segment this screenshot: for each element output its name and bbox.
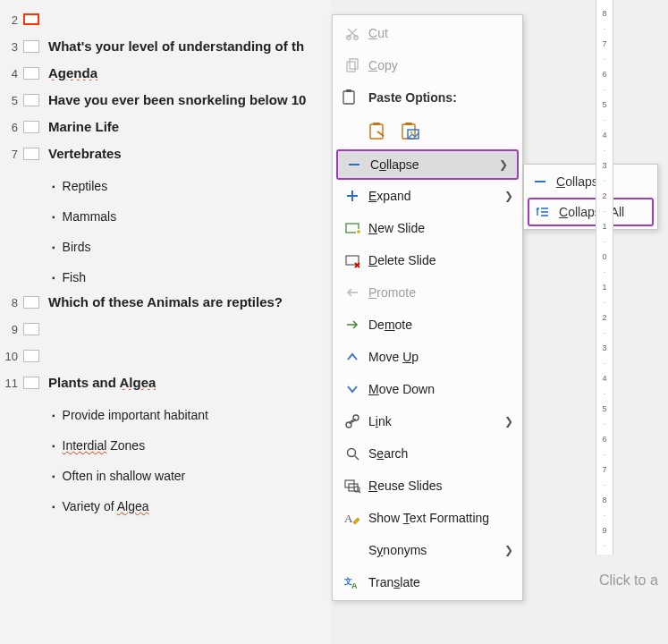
svg-rect-8 <box>402 124 415 139</box>
outline-slide[interactable]: 7 Vertebrates <box>0 143 331 170</box>
paste-icon <box>342 89 363 107</box>
paste-options-row <box>333 114 522 149</box>
menu-reuse-slides[interactable]: Reuse Slides <box>333 470 522 502</box>
slide-title[interactable]: Which of these Animals are reptiles? <box>48 294 283 309</box>
expand-icon <box>342 189 363 203</box>
menu-translate[interactable]: 文A Translate <box>333 566 522 598</box>
menu-collapse[interactable]: Collapse ❯ <box>336 149 519 180</box>
submenu-collapse-all[interactable]: Collapse All <box>528 198 654 226</box>
new-slide-icon <box>342 221 363 235</box>
slide-thumbnail[interactable] <box>23 67 39 80</box>
chevron-right-icon: ❯ <box>499 158 508 171</box>
bullet-item[interactable]: Birds <box>52 231 331 261</box>
copy-icon <box>342 58 363 72</box>
outline-slide[interactable]: 6 Marine Life <box>0 116 331 143</box>
submenu-collapse[interactable]: Collapse <box>524 166 657 197</box>
outline-slide[interactable]: 11 Plants and Algea <box>0 372 331 399</box>
outline-slide[interactable]: 4 Agenda <box>0 63 331 89</box>
menu-demote[interactable]: Demote <box>333 309 522 341</box>
slide-title[interactable]: What's your level of understanding of th <box>48 38 304 54</box>
svg-point-25 <box>353 415 359 420</box>
slide-thumbnail[interactable] <box>23 94 39 106</box>
bullet-item[interactable]: Mammals <box>52 200 331 231</box>
menu-label: Move Down <box>363 382 435 396</box>
slide-thumbnail[interactable] <box>23 323 39 335</box>
slide-thumbnail[interactable] <box>23 377 39 389</box>
menu-label: Synonyms <box>363 543 427 557</box>
slide-number: 10 <box>0 348 18 363</box>
menu-new-slide[interactable]: New Slide <box>333 212 522 244</box>
bullet-item[interactable]: Variety of Algea <box>52 490 331 521</box>
bullet-item[interactable]: Interdial Zones <box>52 429 331 460</box>
menu-move-up[interactable]: Move Up <box>333 341 522 373</box>
menu-label: Demote <box>363 318 412 332</box>
svg-rect-6 <box>370 124 383 139</box>
svg-rect-3 <box>350 59 358 69</box>
slide-title[interactable]: Agenda <box>48 65 97 80</box>
slide-thumbnail[interactable] <box>23 121 39 133</box>
slide-title[interactable]: Plants and Algea <box>48 375 156 390</box>
outline-slide[interactable]: 10 <box>0 345 331 372</box>
slide-number: 3 <box>0 38 18 54</box>
svg-rect-7 <box>373 123 380 125</box>
menu-label: Promote <box>363 285 416 300</box>
menu-label: Cut <box>363 26 388 40</box>
translate-icon: 文A <box>342 575 363 589</box>
slide-placeholder-text[interactable]: Click to a <box>599 572 658 589</box>
outline-slide[interactable]: 2 <box>0 9 331 36</box>
menu-expand[interactable]: Expand ❯ <box>333 180 522 212</box>
menu-copy[interactable]: Copy <box>333 49 522 81</box>
svg-point-11 <box>410 131 413 133</box>
menu-move-down[interactable]: Move Down <box>333 373 522 405</box>
bullet-item[interactable]: Reptiles <box>52 170 331 200</box>
outline-slide[interactable]: 8 Which of these Animals are reptiles? <box>0 292 331 318</box>
submenu-label: Collapse All <box>555 205 624 219</box>
collapse-icon <box>343 157 365 172</box>
cut-icon <box>342 26 363 40</box>
delete-slide-icon <box>342 253 363 267</box>
move-up-icon <box>342 350 363 364</box>
outline-slide[interactable]: 3 What's your level of understanding of … <box>0 36 331 63</box>
outline-slide[interactable]: 9 <box>0 318 331 345</box>
menu-delete-slide[interactable]: Delete Slide <box>333 244 522 276</box>
slide-title[interactable]: Vertebrates <box>48 146 122 161</box>
menu-search[interactable]: Search <box>333 437 522 470</box>
slide-number: 11 <box>0 375 18 390</box>
menu-show-text-formatting[interactable]: A Show Text Formatting <box>333 502 522 534</box>
search-icon <box>342 446 363 461</box>
menu-link[interactable]: Link ❯ <box>333 405 522 437</box>
paste-picture-icon[interactable] <box>401 121 420 143</box>
menu-synonyms[interactable]: Synonyms ❯ <box>333 534 522 566</box>
menu-label: Move Up <box>363 350 419 364</box>
collapse-all-icon <box>536 205 555 219</box>
menu-label: Translate <box>363 575 420 589</box>
slide-number: 6 <box>0 119 18 134</box>
menu-promote[interactable]: Promote <box>333 276 522 309</box>
paste-dest-theme-icon[interactable] <box>368 121 388 143</box>
slide-thumbnail[interactable] <box>23 40 39 53</box>
outline-pane: 2 3 What's your level of understanding o… <box>0 0 331 644</box>
slide-number: 4 <box>0 65 18 80</box>
menu-label: Collapse <box>365 157 419 172</box>
svg-point-24 <box>346 422 351 428</box>
bullet-item[interactable]: Fish <box>52 261 331 292</box>
paste-options-label: Paste Options: <box>363 90 457 105</box>
svg-rect-2 <box>347 62 355 72</box>
menu-label: Delete Slide <box>363 253 436 267</box>
menu-label: Reuse Slides <box>363 479 443 493</box>
slide-thumbnail[interactable] <box>23 13 39 25</box>
slide-number: 7 <box>0 146 18 161</box>
bullet-item[interactable]: Provide important habitant <box>52 399 331 429</box>
slide-title[interactable]: Marine Life <box>48 119 119 134</box>
vertical-ruler: 876543210123456789 <box>596 0 613 555</box>
slide-thumbnail[interactable] <box>23 148 39 160</box>
bullet-item[interactable]: Often in shallow water <box>52 460 331 490</box>
svg-text:A: A <box>351 581 358 590</box>
demote-icon <box>342 318 363 332</box>
slide-title[interactable]: Have you ever been snorkeling below 10 <box>48 92 306 107</box>
menu-cut[interactable]: Cut <box>333 17 522 49</box>
collapse-submenu: Collapse Collapse All <box>523 164 658 230</box>
slide-thumbnail[interactable] <box>23 296 39 309</box>
slide-thumbnail[interactable] <box>23 350 39 362</box>
outline-slide[interactable]: 5 Have you ever been snorkeling below 10 <box>0 89 331 116</box>
